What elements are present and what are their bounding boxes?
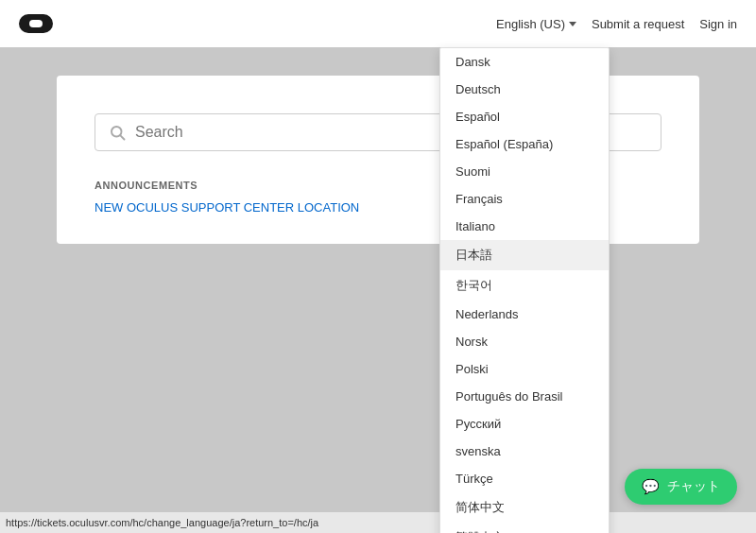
language-option[interactable]: 한국어: [440, 270, 609, 301]
language-option[interactable]: 繁體中文: [440, 523, 609, 533]
main-content: ANNOUNCEMENTS NEW OCULUS SUPPORT CENTER …: [0, 47, 756, 272]
language-option[interactable]: 简体中文: [440, 492, 609, 523]
language-option[interactable]: Français: [440, 185, 609, 213]
language-selector[interactable]: English (US): [496, 17, 576, 31]
sign-in-link[interactable]: Sign in: [699, 17, 737, 31]
language-option[interactable]: Suomi: [440, 158, 609, 185]
language-option[interactable]: Norsk: [440, 328, 609, 355]
announcement-link[interactable]: NEW OCULUS SUPPORT CENTER LOCATION: [94, 200, 359, 215]
language-option[interactable]: Türkçe: [440, 465, 609, 492]
search-icon: [109, 124, 126, 141]
language-option[interactable]: Español: [440, 103, 609, 130]
oculus-logo: [19, 14, 53, 33]
language-option[interactable]: Português do Brasil: [440, 383, 609, 410]
language-option[interactable]: svenska: [440, 438, 609, 465]
chat-label: チャット: [667, 478, 720, 495]
language-option[interactable]: Deutsch: [440, 76, 609, 103]
language-option[interactable]: 日本語: [440, 240, 609, 270]
language-option[interactable]: Polski: [440, 355, 609, 383]
statusbar: https://tickets.oculusvr.com/hc/change_l…: [0, 512, 756, 533]
chat-button[interactable]: 💬 チャット: [625, 469, 737, 505]
language-option[interactable]: Русский: [440, 410, 609, 438]
header: English (US) Submit a request Sign in: [0, 0, 756, 47]
submit-request-link[interactable]: Submit a request: [592, 17, 684, 31]
chat-icon: 💬: [642, 478, 660, 495]
language-label: English (US): [496, 17, 565, 31]
logo-area: [19, 14, 53, 33]
statusbar-url: https://tickets.oculusvr.com/hc/change_l…: [6, 517, 318, 528]
language-option[interactable]: Dansk: [440, 48, 609, 76]
language-option[interactable]: Italiano: [440, 213, 609, 240]
language-dropdown: DanskDeutschEspañolEspañol (España)Suomi…: [439, 47, 610, 533]
svg-line-1: [120, 135, 124, 139]
language-option[interactable]: Nederlands: [440, 301, 609, 328]
language-option[interactable]: Español (España): [440, 130, 609, 158]
chevron-down-icon: [569, 22, 576, 26]
header-nav: English (US) Submit a request Sign in: [496, 17, 737, 31]
